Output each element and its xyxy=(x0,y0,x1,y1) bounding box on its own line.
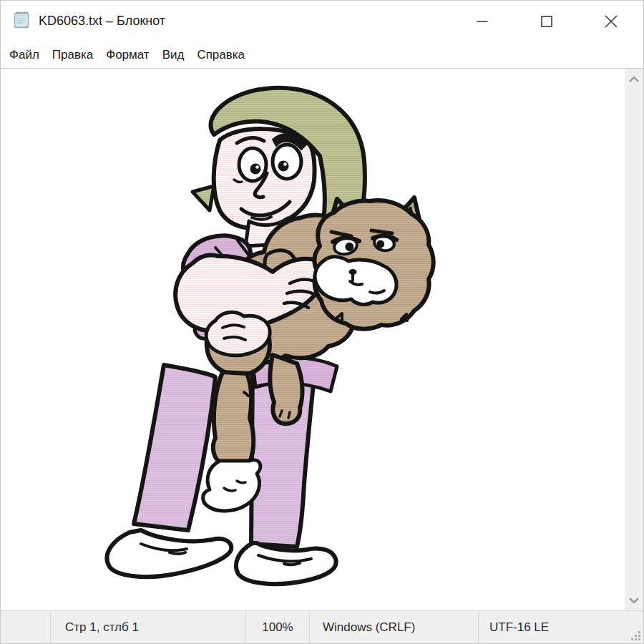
status-cursor-position: Стр 1, стлб 1 xyxy=(51,611,246,643)
chevron-up-icon xyxy=(628,76,640,82)
window-title: KD6063.txt – Блокнот xyxy=(39,14,165,29)
status-encoding: UTF-16 LE xyxy=(479,611,643,643)
vertical-scrollbar[interactable] xyxy=(625,69,643,610)
title-bar[interactable]: KD6063.txt – Блокнот xyxy=(1,1,643,42)
scroll-up-button[interactable] xyxy=(625,73,643,84)
close-icon xyxy=(604,14,618,29)
boy-sideburn xyxy=(192,186,214,210)
boy-pants-left-leg xyxy=(134,365,215,530)
menu-format[interactable]: Формат xyxy=(99,42,155,68)
notepad-window: KD6063.txt – Блокнот Файл Правка Формат … xyxy=(0,0,644,644)
maximize-button[interactable] xyxy=(514,1,579,42)
cat-front-leg xyxy=(270,355,302,424)
status-zoom-level: 100% xyxy=(246,611,310,643)
resize-grip[interactable] xyxy=(630,630,641,641)
cat-head-group xyxy=(315,197,434,329)
scroll-down-button[interactable] xyxy=(625,595,643,606)
text-area[interactable] xyxy=(1,69,643,610)
menu-help[interactable]: Справка xyxy=(190,42,251,68)
chevron-down-icon xyxy=(628,597,640,604)
notepad-app-icon xyxy=(12,10,31,32)
illustration xyxy=(1,69,626,610)
maximize-icon xyxy=(540,15,553,28)
status-spacer xyxy=(1,611,51,643)
close-button[interactable] xyxy=(579,1,643,42)
minimize-icon xyxy=(476,15,489,28)
menu-bar: Файл Правка Формат Вид Справка xyxy=(1,42,643,69)
status-line-endings: Windows (CRLF) xyxy=(310,611,479,643)
menu-edit[interactable]: Правка xyxy=(46,42,99,68)
cat-hind-leg xyxy=(213,372,254,464)
menu-file[interactable]: Файл xyxy=(3,42,46,68)
boy-right-eye xyxy=(273,145,301,179)
minimize-button[interactable] xyxy=(450,1,514,42)
status-bar: Стр 1, стлб 1 100% Windows (CRLF) UTF-16… xyxy=(1,610,643,643)
menu-view[interactable]: Вид xyxy=(156,42,191,68)
boy-hand xyxy=(206,312,270,355)
